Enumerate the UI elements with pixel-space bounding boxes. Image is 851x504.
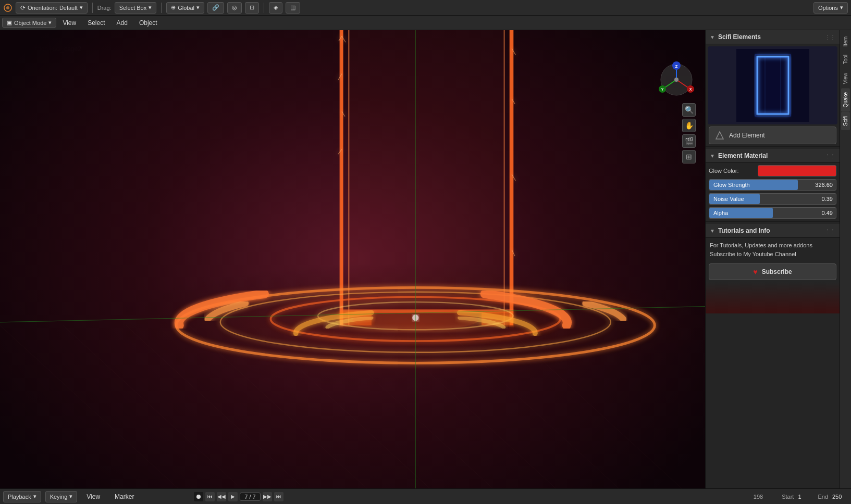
tutorials-text-block: For Tutorials, Updates and more addons S… [706,238,840,261]
bottom-bar: Playback ▾ Keying ▾ View Marker ⏮ ◀◀ ▶ 7… [0,488,851,504]
xray-btn[interactable]: ◫ [286,2,300,14]
svg-rect-52 [757,57,788,114]
record-button[interactable] [194,492,203,501]
noise-value-val: 0.39 [822,196,833,202]
main-content: fps: 25 (198) Collection | sci_cage2 [0,30,851,488]
glow-strength-label: Glow Strength [713,182,750,188]
proportional-btn[interactable]: ◎ [227,2,242,14]
tab-tool[interactable]: Tool [841,51,850,68]
glow-color-label: Glow Color: [709,168,756,174]
element-material-section-header[interactable]: ▼ Element Material ⋮⋮ [706,149,840,163]
glow-color-row: Glow Color: [709,165,836,177]
menu-object[interactable]: Object [134,18,163,28]
pan-tool-icon[interactable]: ✋ [682,119,696,132]
playback-label: Playback [8,494,31,500]
subscribe-button[interactable]: ♥ Subscribe [709,263,836,280]
jump-end-button[interactable]: ⏭ [274,492,283,501]
svg-rect-17 [503,30,504,325]
alpha-bar[interactable]: Alpha 0.49 [709,207,836,219]
panel-bottom-gradient [706,282,840,313]
prev-keyframe-button[interactable]: ◀◀ [217,492,226,501]
heart-icon: ♥ [753,268,757,276]
mode-label: Object Mode [14,20,46,26]
snap-btn[interactable]: 🔗 [207,2,224,14]
keying-arrow: ▾ [69,493,72,500]
scene-svg [0,30,705,488]
mode-cube-icon: ▣ [7,19,12,26]
camera-tool-icon[interactable]: 🎬 [682,134,696,148]
play-button[interactable]: ▶ [228,492,238,501]
pivot-icon: ⊡ [250,4,254,11]
alpha-label: Alpha [713,210,728,216]
tutorials-text-2: Subscribe to My Youtube Channel [710,250,835,259]
playback-dropdown[interactable]: Playback ▾ [3,491,41,502]
tab-item[interactable]: Item [841,32,850,51]
glow-strength-bar[interactable]: Glow Strength 326.60 [709,179,836,191]
add-element-button[interactable]: Add Element [709,127,836,144]
marker-btn[interactable]: Marker [109,492,139,502]
add-element-icon [714,130,725,141]
pivot-btn[interactable]: ⊡ [245,2,259,14]
noise-value-bar[interactable]: Noise Value 0.39 [709,193,836,205]
tab-scifi[interactable]: Scifi [841,112,850,130]
panel-content: ▼ Scifi Elements ⋮⋮ [706,30,840,488]
timeline-view-btn[interactable]: View [81,492,105,502]
header-menu: ▣ Object Mode ▾ View Select Add Object [0,16,851,30]
svg-text:Y: Y [661,87,664,91]
keying-label: Keying [50,494,68,500]
mode-dropdown-arrow: ▾ [48,19,52,26]
options-btn[interactable]: Options ▾ [813,2,848,14]
frame-number-label: 198 [754,494,763,500]
jump-start-button[interactable]: ⏮ [205,492,215,501]
keying-dropdown[interactable]: Keying ▾ [45,491,78,502]
tutorials-dots: ⋮⋮ [825,228,835,234]
noise-value-row: Noise Value 0.39 [709,193,836,205]
scifi-section-dots: ⋮⋮ [825,34,835,40]
add-element-label: Add Element [729,132,765,139]
overlay-btn[interactable]: ◈ [269,2,282,14]
tutorials-section-title: Tutorials and Info [718,227,822,234]
glow-color-swatch[interactable] [758,165,836,177]
blender-logo-icon [3,3,13,12]
end-label: End [818,494,828,500]
proportional-icon: ◎ [232,4,237,11]
viewport-tools: 🔍 ✋ 🎬 ⊞ [682,103,696,163]
separator-1 [92,3,93,13]
mode-dropdown[interactable]: ▣ Object Mode ▾ [2,18,56,28]
svg-rect-14 [510,30,513,325]
preview-area [708,46,837,124]
drag-label: Drag: [97,5,112,11]
start-value: 1 [798,494,813,500]
drag-dropdown[interactable]: Select Box ▾ [115,2,157,14]
svg-text:X: X [689,87,692,91]
orientation-value: Default [59,5,78,11]
global-value: Global [178,5,194,11]
scifi-section-arrow: ▼ [710,34,715,40]
next-keyframe-button[interactable]: ▶▶ [263,492,272,501]
viewport[interactable]: fps: 25 (198) Collection | sci_cage2 [0,30,705,488]
zoom-tool-icon[interactable]: 🔍 [682,103,696,117]
transform-dropdown[interactable]: ⊕ Global ▾ [166,2,204,14]
transform-icon: ⊕ [171,4,176,11]
glow-strength-value: 326.60 [815,182,833,188]
tab-view[interactable]: View [841,69,850,89]
menu-view[interactable]: View [57,18,81,28]
record-dot [196,495,201,499]
tutorials-section-header[interactable]: ▼ Tutorials and Info ⋮⋮ [706,224,840,238]
menu-select[interactable]: Select [82,18,110,28]
element-material-arrow: ▼ [710,153,715,159]
ortho-tool-icon[interactable]: ⊞ [682,150,696,163]
svg-point-1 [6,6,9,9]
frame-display: 7 / 7 [240,493,261,501]
overlay-icon: ◈ [274,4,278,11]
svg-rect-29 [349,30,503,313]
snap-icon: 🔗 [212,4,219,11]
nav-gizmo[interactable]: Z X Y [658,61,695,98]
svg-text:Z: Z [675,64,678,69]
panel-tabs-vertical: Item Tool View Quake Scifi [840,30,851,488]
orientation-dropdown[interactable]: ⟳ Orientation: Default ▾ [16,2,88,14]
scifi-elements-section-header[interactable]: ▼ Scifi Elements ⋮⋮ [706,30,840,44]
alpha-row: Alpha 0.49 [709,207,836,219]
tab-quake[interactable]: Quake [841,88,850,111]
menu-add[interactable]: Add [112,18,133,28]
